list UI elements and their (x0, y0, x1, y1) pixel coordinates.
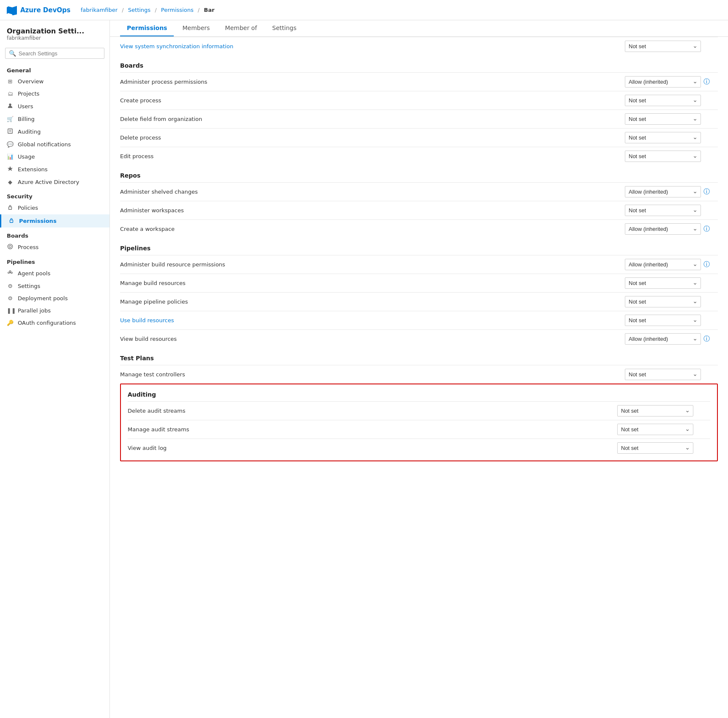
select-wrapper[interactable]: Not set Allow Allow (inherited) Deny (625, 205, 701, 216)
perm-select[interactable]: Not set Allow Allow (inherited) Deny (625, 41, 701, 52)
info-icon[interactable]: ⓘ (703, 188, 710, 196)
select-wrapper[interactable]: Allow (inherited) Not set Allow Deny (625, 223, 701, 235)
perm-select[interactable]: Not set Allow Allow (inherited) Deny (617, 405, 693, 417)
perm-select[interactable]: Not set Allow Allow (inherited) Deny (617, 442, 693, 454)
select-wrapper[interactable]: Not set Allow Allow (inherited) Deny (625, 132, 701, 143)
breadcrumb-item-1[interactable]: fabrikamfiber (81, 7, 118, 13)
select-wrapper[interactable]: Allow (inherited) Not set Allow Deny (625, 333, 701, 345)
perm-select[interactable]: Allow (inherited) Not set Allow Deny (625, 186, 701, 197)
info-icon[interactable]: ⓘ (703, 225, 710, 233)
select-wrapper[interactable]: Not set Allow Allow (inherited) Deny (617, 405, 693, 417)
perm-name: Edit process (120, 153, 621, 159)
perm-select[interactable]: Allow (inherited) Not set Allow Deny (625, 259, 701, 270)
section-header-pipelines: Pipelines (120, 238, 718, 255)
sidebar-item-users[interactable]: Users (0, 100, 109, 113)
perm-select-wrap: Not set Allow Allow (inherited) Deny (625, 151, 718, 162)
sidebar-item-label: Azure Active Directory (18, 179, 79, 185)
perm-select[interactable]: Allow (inherited) Not set Allow Deny (625, 76, 701, 88)
logo[interactable]: Azure DevOps (7, 5, 71, 15)
perm-select[interactable]: Allow (inherited) Not set Allow Deny (625, 333, 701, 345)
perm-name: Create a workspace (120, 226, 621, 232)
breadcrumb-sep-3: / (198, 7, 200, 13)
select-wrapper[interactable]: Not set Allow Allow (inherited) Deny (625, 113, 701, 125)
sidebar-header: Organization Setti... fabrikamfiber (0, 20, 109, 44)
tab-member-of[interactable]: Member of (218, 20, 264, 36)
info-icon[interactable]: ⓘ (703, 260, 710, 269)
content-area: View system synchronization information … (110, 37, 728, 718)
breadcrumb-current: Bar (204, 7, 214, 13)
sidebar-item-overview[interactable]: ⊞ Overview (0, 75, 109, 88)
select-wrapper[interactable]: Not set Allow Allow (inherited) Deny (625, 369, 701, 380)
sidebar-item-label: Extensions (18, 166, 48, 173)
perm-select-wrap: Not set Allow Allow (inherited) Deny (625, 205, 718, 216)
perm-name: Use build resources (120, 317, 621, 323)
select-wrapper[interactable]: Not set Allow Allow (inherited) Deny (625, 315, 701, 326)
auditing-icon (7, 128, 14, 135)
sidebar-item-policies[interactable]: Policies (0, 201, 109, 214)
perm-select[interactable]: Not set Allow Allow (inherited) Deny (625, 315, 701, 326)
sidebar-item-label: Users (18, 103, 33, 110)
sidebar-item-label: Process (18, 244, 38, 250)
perm-select[interactable]: Not set Allow Allow (inherited) Deny (625, 296, 701, 307)
search-input[interactable] (19, 50, 101, 57)
select-wrapper[interactable]: Not set Allow Allow (inherited) Deny (617, 442, 693, 454)
sidebar-item-label: Usage (18, 153, 35, 160)
sidebar-item-process[interactable]: Process (0, 241, 109, 254)
select-wrapper[interactable]: Allow (inherited) Not set Allow Deny (625, 76, 701, 88)
perm-select[interactable]: Not set Allow Allow (inherited) Deny (625, 205, 701, 216)
select-wrapper[interactable]: Not set Allow Allow (inherited) Deny (625, 151, 701, 162)
perm-row: Edit process Not set Allow Allow (inheri… (120, 147, 718, 165)
select-wrapper[interactable]: Allow (inherited) Not set Allow Deny (625, 259, 701, 270)
sidebar-item-permissions[interactable]: Permissions (0, 214, 109, 227)
perm-select-wrap: Not set Allow Allow (inherited) Deny (625, 369, 718, 380)
tab-settings[interactable]: Settings (265, 20, 303, 36)
select-wrapper[interactable]: Not set Allow Allow (inherited) Deny (625, 95, 701, 106)
perm-row: Delete audit streams Not set Allow Allow… (128, 401, 710, 420)
svg-point-9 (8, 272, 10, 274)
perm-select[interactable]: Not set Allow Allow (inherited) Deny (617, 424, 693, 435)
select-wrapper[interactable]: Not set Allow Allow (inherited) Deny (625, 41, 701, 52)
sidebar-item-extensions[interactable]: Extensions (0, 163, 109, 176)
perm-row: Administer shelved changes Allow (inheri… (120, 182, 718, 201)
tab-permissions[interactable]: Permissions (120, 20, 174, 36)
perm-select[interactable]: Not set Allow Allow (inherited) Deny (625, 132, 701, 143)
sidebar-item-parallel[interactable]: ❚❚ Parallel jobs (0, 304, 109, 317)
perm-select[interactable]: Allow (inherited) Not set Allow Deny (625, 223, 701, 235)
info-icon[interactable]: ⓘ (703, 335, 710, 343)
sidebar-item-notifications[interactable]: 💬 Global notifications (0, 138, 109, 151)
perm-select[interactable]: Not set Allow Allow (inherited) Deny (625, 151, 701, 162)
perm-select[interactable]: Not set Allow Allow (inherited) Deny (625, 277, 701, 289)
perm-row: Manage pipeline policies Not set Allow A… (120, 292, 718, 311)
perm-name: View build resources (120, 336, 621, 342)
sidebar-item-auditing[interactable]: Auditing (0, 125, 109, 138)
tab-members[interactable]: Members (175, 20, 216, 36)
perm-select-wrap: Not set Allow Allow (inherited) Deny (617, 405, 710, 417)
perm-select[interactable]: Not set Allow Allow (inherited) Deny (625, 95, 701, 106)
perm-name: Create process (120, 97, 621, 104)
select-wrapper[interactable]: Not set Allow Allow (inherited) Deny (625, 296, 701, 307)
breadcrumb-item-3[interactable]: Permissions (161, 7, 194, 13)
breadcrumb-sep-2: / (155, 7, 156, 13)
sidebar-item-deployment[interactable]: ⚙ Deployment pools (0, 292, 109, 304)
sidebar-item-agentpools[interactable]: Agent pools (0, 267, 109, 280)
sidebar-item-projects[interactable]: 🗂 Projects (0, 88, 109, 100)
search-box[interactable]: 🔍 (5, 48, 104, 59)
sidebar-item-usage[interactable]: 📊 Usage (0, 151, 109, 163)
perm-select-wrap: Not set Allow Allow (inherited) Deny (625, 95, 718, 106)
select-wrapper[interactable]: Allow (inherited) Not set Allow Deny (625, 186, 701, 197)
sidebar-item-settings[interactable]: ⚙ Settings (0, 280, 109, 292)
perm-select-wrap: Not set Allow Allow (inherited) Deny (625, 41, 718, 52)
sidebar-item-billing[interactable]: 🛒 Billing (0, 113, 109, 125)
sidebar-item-oauth[interactable]: 🔑 OAuth configurations (0, 317, 109, 329)
sidebar-item-aad[interactable]: ◆ Azure Active Directory (0, 176, 109, 188)
info-icon[interactable]: ⓘ (703, 78, 710, 86)
settings-icon: ⚙ (7, 283, 14, 289)
breadcrumb-item-2[interactable]: Settings (128, 7, 151, 13)
perm-select[interactable]: Not set Allow Allow (inherited) Deny (625, 369, 701, 380)
select-wrapper[interactable]: Not set Allow Allow (inherited) Deny (617, 424, 693, 435)
perm-select[interactable]: Not set Allow Allow (inherited) Deny (625, 113, 701, 125)
svg-point-8 (8, 244, 12, 249)
perm-name: Manage pipeline policies (120, 299, 621, 305)
agentpools-icon (7, 270, 14, 277)
select-wrapper[interactable]: Not set Allow Allow (inherited) Deny (625, 277, 701, 289)
